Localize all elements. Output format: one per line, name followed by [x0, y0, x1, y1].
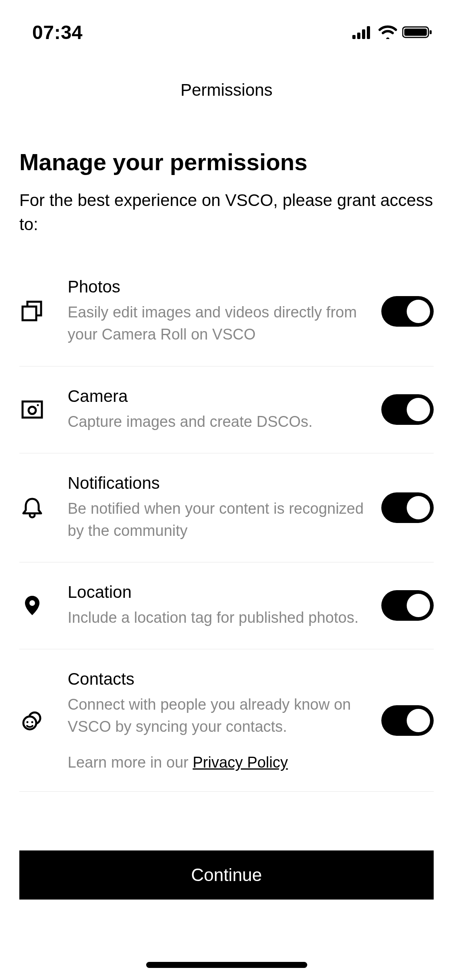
battery-icon — [402, 25, 433, 39]
svg-point-12 — [29, 600, 35, 606]
permission-title: Camera — [68, 387, 369, 406]
permission-title: Location — [68, 583, 369, 602]
continue-button[interactable]: Continue — [19, 850, 434, 900]
svg-point-15 — [27, 721, 29, 723]
svg-rect-2 — [362, 29, 365, 39]
bell-icon — [19, 495, 68, 521]
svg-point-10 — [29, 407, 36, 414]
toggle-photos[interactable] — [381, 296, 434, 327]
privacy-prefix: Learn more in our — [68, 754, 193, 771]
toggle-location[interactable] — [381, 590, 434, 621]
svg-rect-9 — [23, 401, 42, 418]
toggle-camera[interactable] — [381, 394, 434, 425]
permission-item-contacts: Contacts Connect with people you already… — [19, 649, 434, 792]
status-icons — [352, 25, 433, 39]
permission-desc: Connect with people you already know on … — [68, 694, 369, 738]
svg-rect-6 — [430, 30, 432, 34]
contacts-icon — [19, 708, 68, 733]
permission-item-camera: Camera Capture images and create DSCOs. — [19, 366, 434, 453]
permission-title: Photos — [68, 277, 369, 296]
status-time: 07:34 — [32, 21, 83, 43]
status-bar: 07:34 — [0, 0, 453, 48]
permission-desc: Be notified when your content is recogni… — [68, 498, 369, 542]
home-indicator[interactable] — [146, 962, 307, 968]
svg-point-16 — [31, 721, 33, 723]
permission-item-location: Location Include a location tag for publ… — [19, 562, 434, 649]
location-pin-icon — [19, 593, 68, 618]
wifi-icon — [378, 25, 397, 39]
privacy-policy-link[interactable]: Privacy Policy — [193, 754, 288, 771]
permission-item-photos: Photos Easily edit images and videos dir… — [19, 265, 434, 366]
permission-extra: Learn more in our Privacy Policy — [68, 754, 369, 771]
permission-desc: Easily edit images and videos directly f… — [68, 301, 369, 346]
permission-item-notifications: Notifications Be notified when your cont… — [19, 453, 434, 562]
camera-icon — [19, 397, 68, 422]
svg-rect-3 — [367, 26, 370, 39]
toggle-contacts[interactable] — [381, 705, 434, 736]
nav-title: Permissions — [0, 80, 453, 100]
svg-rect-0 — [352, 35, 356, 39]
svg-rect-8 — [23, 307, 36, 320]
toggle-notifications[interactable] — [381, 492, 434, 523]
permissions-list: Photos Easily edit images and videos dir… — [19, 265, 434, 792]
permission-desc: Include a location tag for published pho… — [68, 607, 369, 629]
svg-point-11 — [37, 404, 39, 406]
svg-rect-5 — [404, 29, 427, 36]
permission-title: Notifications — [68, 474, 369, 493]
permission-title: Contacts — [68, 669, 369, 689]
cellular-icon — [352, 25, 373, 39]
page-heading: Manage your permissions — [19, 148, 434, 176]
permission-desc: Capture images and create DSCOs. — [68, 411, 369, 433]
photos-icon — [19, 299, 68, 324]
svg-rect-1 — [357, 33, 360, 39]
page-subheading: For the best experience on VSCO, please … — [19, 188, 434, 237]
